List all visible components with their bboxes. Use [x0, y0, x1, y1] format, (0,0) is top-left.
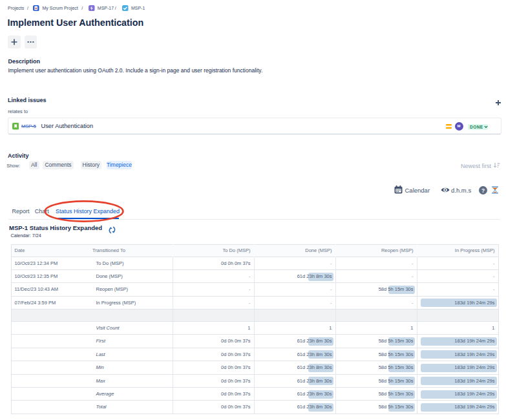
svg-text:?: ? [481, 187, 485, 194]
